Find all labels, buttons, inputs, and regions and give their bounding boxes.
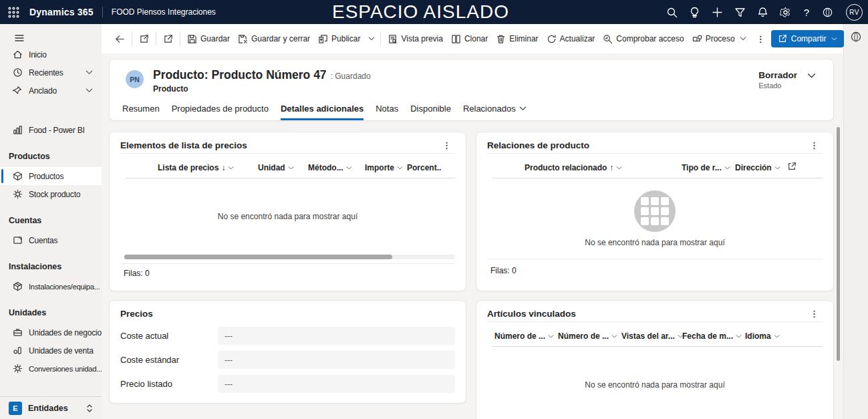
field-precio-listado: Precio listado ---: [120, 375, 455, 393]
tab-disponible[interactable]: Disponible: [410, 104, 451, 120]
preview-icon: [388, 34, 398, 44]
column-idioma[interactable]: Idioma: [745, 331, 780, 341]
filter-icon[interactable]: [734, 7, 746, 18]
check-access-button[interactable]: Comprobar acceso: [599, 29, 688, 49]
sidebar-item-unidades-venta[interactable]: Unidades de venta: [0, 341, 102, 360]
sales-units-icon: [13, 345, 23, 356]
field-value[interactable]: ---: [218, 375, 455, 393]
share-button[interactable]: Compartir: [771, 30, 845, 47]
back-button[interactable]: [111, 29, 129, 49]
sidebar-item-recientes[interactable]: Recientes: [0, 63, 102, 82]
sidebar-item-powerbi[interactable]: Food - Power BI: [0, 121, 102, 139]
field-value[interactable]: ---: [218, 351, 455, 369]
save-button[interactable]: Guardar: [183, 29, 234, 49]
clone-button[interactable]: Clonar: [447, 29, 492, 49]
tab-resumen[interactable]: Resumen: [122, 104, 160, 120]
empty-state-message: No se encontró nada para mostrar aquí: [585, 380, 724, 390]
delete-button[interactable]: Eliminar: [492, 29, 542, 49]
scrollbar-thumb[interactable]: [124, 255, 392, 259]
area-switcher[interactable]: E Entidades: [0, 396, 102, 419]
settings-gear-icon[interactable]: [780, 7, 791, 18]
command-label: Proceso: [706, 34, 735, 43]
column-numero-1[interactable]: Número de ...: [494, 331, 554, 341]
tab-propiedades[interactable]: Propiedades de producto: [172, 104, 269, 120]
column-lista-de-precios[interactable]: Lista de precios↓: [158, 163, 234, 172]
refresh-button[interactable]: Actualizar: [543, 29, 599, 49]
row-count: Filas: 0: [476, 259, 833, 291]
environment-name[interactable]: FOOD Piensos Integraciones: [112, 7, 216, 17]
preview-button[interactable]: Vista previa: [384, 29, 446, 49]
bell-icon[interactable]: [757, 7, 768, 18]
command-bar: Guardar Guardar y cerrar Publicar Vista …: [102, 24, 843, 53]
grid-column-headers: Número de ... Número de ... Vistas del a…: [476, 322, 833, 346]
sidebar-item-unidades-negocio[interactable]: Unidades de negocio: [0, 323, 102, 341]
plus-icon[interactable]: [712, 7, 723, 18]
chevron-down-icon: [774, 333, 780, 339]
open-form-button[interactable]: [135, 29, 153, 49]
field-coste-actual: Coste actual ---: [120, 327, 455, 345]
sitemap-collapse-button[interactable]: [0, 24, 102, 45]
tab-notas[interactable]: Notas: [376, 104, 398, 120]
linked-articles-card: Artículos vinculados ⋮ Número de ... Núm…: [476, 300, 834, 419]
search-icon[interactable]: [666, 7, 678, 18]
row-count: Filas: 0: [110, 264, 466, 291]
column-direccion[interactable]: Dirección: [735, 163, 780, 172]
publish-button[interactable]: Publicar: [314, 29, 364, 49]
field-value[interactable]: ---: [218, 327, 455, 345]
command-label: Vista previa: [401, 34, 442, 43]
chevron-down-icon: [86, 69, 93, 76]
column-fecha[interactable]: Fecha de m...: [682, 331, 742, 341]
chevron-down-icon: [611, 333, 617, 339]
sidebar-item-instalaciones[interactable]: Instalaciones/equipa...: [0, 277, 102, 295]
column-vistas[interactable]: Vistas del ar...: [621, 331, 684, 341]
open-record-set-button[interactable]: [159, 29, 177, 49]
sidebar-item-productos[interactable]: Productos: [0, 167, 102, 185]
lightbulb-icon[interactable]: [689, 7, 700, 18]
prices-card: Precios Coste actual --- Coste estándar …: [109, 300, 466, 404]
column-label: Fecha de m...: [682, 331, 733, 341]
save-and-close-button[interactable]: Guardar y cerrar: [234, 29, 314, 49]
sidebar-item-cuentas[interactable]: Cuentas: [0, 231, 102, 249]
card-menu-button[interactable]: ⋮: [441, 140, 452, 150]
sidebar-item-inicio[interactable]: Inicio: [0, 45, 102, 63]
help-icon[interactable]: ?: [803, 7, 811, 17]
vertical-scrollbar[interactable]: [837, 127, 840, 361]
copilot-icon[interactable]: [822, 7, 833, 18]
status-label: Estado: [758, 82, 797, 90]
column-importe[interactable]: Importe: [365, 163, 403, 172]
empty-state-message: No se encontró nada para mostrar aquí: [218, 212, 357, 221]
column-unidad[interactable]: Unidad: [258, 163, 294, 172]
chevron-down-icon: [724, 165, 730, 171]
sidebar-item-conversiones[interactable]: Conversiones unidad...: [0, 360, 102, 378]
tab-relacionados[interactable]: Relacionados: [463, 104, 527, 120]
horizontal-scrollbar[interactable]: [124, 255, 455, 259]
column-producto-relacionado[interactable]: Producto relacionado↑: [525, 163, 622, 172]
tab-label: Relacionados: [463, 104, 516, 114]
sidebar-item-stock-producto[interactable]: Stock producto: [0, 185, 102, 203]
user-avatar[interactable]: RV: [846, 4, 863, 21]
column-tipo[interactable]: Tipo de r...: [682, 163, 730, 172]
column-label: Producto relacionado: [525, 163, 607, 172]
arrow-left-icon: [115, 34, 125, 44]
publish-dropdown[interactable]: [364, 29, 378, 49]
command-label: Actualizar: [560, 34, 595, 43]
tab-detalles-adicionales[interactable]: Detalles adicionales: [281, 104, 364, 120]
chevron-down-icon: [397, 165, 403, 171]
card-menu-button[interactable]: ⋮: [809, 140, 820, 150]
app-launcher-icon[interactable]: [8, 7, 19, 18]
column-metodo[interactable]: Método...: [308, 163, 352, 172]
grid-column-headers: Lista de precios↓ Unidad Método... Impor…: [110, 154, 466, 178]
card-menu-button[interactable]: ⋮: [809, 309, 820, 319]
top-navigation-bar: Dynamics 365 FOOD Piensos Integraciones …: [0, 0, 868, 24]
app-title[interactable]: Dynamics 365: [29, 7, 94, 17]
column-numero-2[interactable]: Número de ...: [558, 331, 617, 341]
open-grid-button[interactable]: [787, 162, 797, 171]
column-label: Tipo de r...: [682, 163, 722, 172]
price-list-items-card: Elementos de lista de precios ⋮ Lista de…: [109, 132, 466, 291]
copilot-icon[interactable]: [850, 31, 862, 43]
process-button[interactable]: Proceso: [688, 29, 750, 49]
more-commands-button[interactable]: ⋮: [750, 29, 771, 49]
status-reason[interactable]: Borrador Estado: [758, 70, 816, 90]
sidebar-item-anclado[interactable]: Anclado: [0, 82, 102, 100]
column-porcentaje[interactable]: Porcent..: [407, 163, 441, 172]
